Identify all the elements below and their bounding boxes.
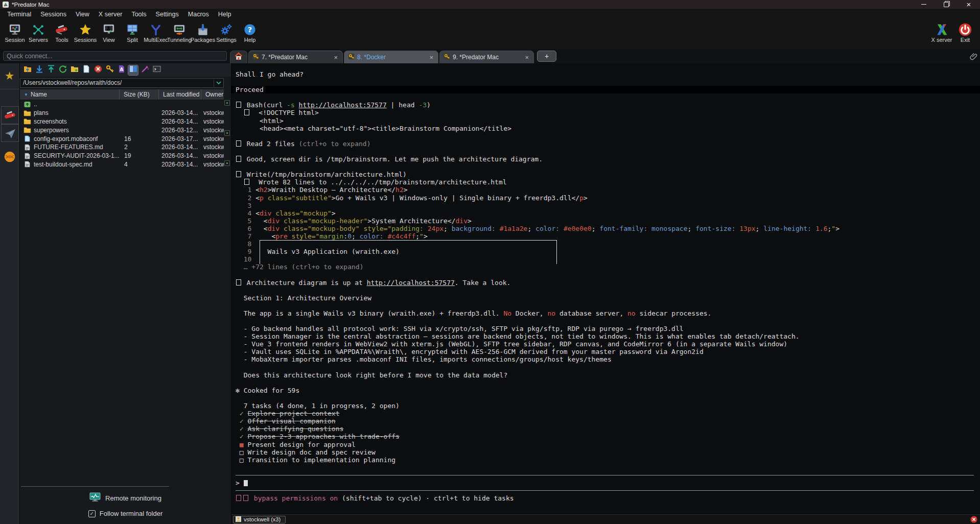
titlebar: *Predator Mac ×: [0, 0, 980, 9]
menu-settings[interactable]: Settings: [151, 9, 183, 20]
text-file-button[interactable]: A: [116, 65, 126, 75]
splitter-icon[interactable]: [224, 100, 230, 106]
tab-close-icon[interactable]: ×: [428, 54, 434, 61]
tools-knife-icon[interactable]: [1, 106, 19, 124]
missing-glyph-box: [236, 279, 241, 285]
missing-glyph-box: [236, 156, 241, 162]
wand-button[interactable]: [140, 65, 150, 75]
upload-button[interactable]: [46, 65, 56, 75]
file-list: ..plans2026-03-14...vstockwscreenshots20…: [20, 100, 224, 169]
file-row[interactable]: config-export.mobaconf162026-03-17...vst…: [20, 134, 224, 143]
new-tab-button[interactable]: +: [537, 51, 556, 62]
download-button[interactable]: [34, 65, 44, 75]
key-button[interactable]: [105, 65, 114, 75]
toolbar-settings-button[interactable]: Settings: [215, 20, 238, 49]
column-name[interactable]: ▼Name: [20, 89, 120, 100]
follow-terminal-folder-checkbox[interactable]: ✓ Follow terminal folder: [20, 510, 231, 517]
terminal[interactable]: Shall I go ahead?Proceed Bash(curl -s ht…: [231, 63, 980, 524]
delete-button[interactable]: [93, 65, 103, 75]
menu-view[interactable]: View: [71, 9, 94, 20]
menu-macros[interactable]: Macros: [183, 9, 214, 20]
column-last-modified[interactable]: Last modified: [159, 89, 201, 100]
toolbar-sessions-button[interactable]: Sessions: [74, 20, 97, 49]
path-input[interactable]: /Users/vstockwell/repos/wraith/docs/: [20, 78, 224, 88]
tab-9-predator-mac[interactable]: 9. *Predator Mac×: [439, 51, 534, 63]
file-row[interactable]: test-buildout-spec.md42026-03-14...vstoc…: [20, 160, 224, 169]
toolbar-exit-button[interactable]: Exit: [953, 20, 977, 49]
toolbar-view-button[interactable]: View: [97, 20, 121, 49]
wand-icon: [141, 65, 149, 75]
file-row[interactable]: ..: [20, 100, 224, 109]
file-row[interactable]: FUTURE-FEATURES.md22026-03-14...vstockw: [20, 143, 224, 152]
globe-icon[interactable]: [1, 148, 18, 165]
new-file-button[interactable]: [81, 65, 91, 75]
terminal-line: Shall I go ahead?: [231, 70, 980, 78]
close-button[interactable]: ×: [958, 0, 980, 9]
splitter-icon[interactable]: [224, 130, 230, 136]
file-row[interactable]: superpowers2026-03-12...vstockw: [20, 126, 224, 134]
file-name: plans: [34, 109, 49, 116]
tab-7-predator-mac[interactable]: 7. *Predator Mac×: [248, 51, 343, 63]
file-name: config-export.mobaconf: [34, 135, 98, 142]
tools-icon: [55, 22, 68, 36]
menu-terminal[interactable]: Terminal: [3, 9, 36, 20]
toolbar-label: Tunneling: [167, 37, 192, 43]
refresh-button[interactable]: [58, 65, 67, 75]
svg-text:A: A: [120, 67, 123, 72]
quick-connect-input[interactable]: [3, 51, 227, 61]
md-file-icon: [23, 153, 31, 159]
paperclip-icon[interactable]: [970, 52, 978, 62]
terminal-line: [231, 487, 980, 494]
remote-monitoring-button[interactable]: Remote monitoring: [20, 492, 231, 504]
file-table-header: ▼Name Size (KB) Last modified Owner: [20, 89, 224, 100]
column-size[interactable]: Size (KB): [120, 89, 159, 100]
favorites-star-icon[interactable]: ★: [1, 67, 18, 84]
toolbar-tunneling-button[interactable]: Tunneling: [168, 20, 191, 49]
column-owner[interactable]: Owner: [201, 89, 224, 100]
toolbar-label: Servers: [29, 37, 48, 43]
file-name: ..: [34, 101, 37, 108]
close-terminal-icon[interactable]: [970, 516, 977, 524]
dual-pane-button[interactable]: [128, 65, 138, 75]
divider: [21, 486, 169, 487]
toolbar-x-server-button[interactable]: X server: [930, 20, 953, 49]
toolbar-split-button[interactable]: Split: [121, 20, 144, 49]
folder-up-button[interactable]: [22, 65, 32, 75]
menu-x-server[interactable]: X server: [94, 9, 127, 20]
tab-close-icon[interactable]: ×: [333, 54, 339, 61]
missing-glyph-box: [244, 109, 249, 115]
splitter-icon[interactable]: [224, 160, 230, 166]
file-row[interactable]: SECURITY-AUDIT-2026-03-1...192026-03-14.…: [20, 152, 224, 160]
maximize-button[interactable]: [935, 0, 958, 9]
toolbar-servers-button[interactable]: Servers: [27, 20, 50, 49]
refresh-icon: [59, 65, 67, 75]
session-tab[interactable]: vstockwell (x3): [233, 516, 286, 523]
toolbar-tools-button[interactable]: Tools: [50, 20, 74, 49]
file-name: SECURITY-AUDIT-2026-03-1...: [34, 152, 120, 159]
menu-sessions[interactable]: Sessions: [36, 9, 71, 20]
tab-label: 9. *Predator Mac: [453, 54, 521, 61]
new-folder-button[interactable]: [69, 65, 79, 75]
terminal-mini-button[interactable]: [152, 65, 161, 75]
toolbar-help-button[interactable]: ?Help: [238, 20, 262, 49]
file-name: superpowers: [34, 127, 69, 134]
terminal-line: Bash(curl -s http://localhost:57577 | he…: [231, 101, 980, 109]
tab-home[interactable]: [230, 51, 247, 63]
paper-plane-icon[interactable]: [1, 124, 19, 142]
tab-8-docker[interactable]: 8. *Docker×: [344, 51, 438, 63]
menu-tools[interactable]: Tools: [127, 9, 151, 20]
menu-help[interactable]: Help: [214, 9, 236, 20]
file-row[interactable]: screenshots2026-03-14...vstockw: [20, 117, 224, 126]
minimize-button[interactable]: [913, 0, 935, 9]
chevron-down-icon[interactable]: [214, 79, 223, 87]
missing-glyph-box: [236, 171, 241, 177]
toolbar-session-button[interactable]: Session: [3, 20, 27, 49]
folder-icon: [23, 127, 31, 133]
toolbar-packages-button[interactable]: Packages: [191, 20, 215, 49]
file-row[interactable]: plans2026-03-14...vstockw: [20, 109, 224, 117]
toolbar-multiexec-button[interactable]: MultiExec: [144, 20, 168, 49]
file-size: 4: [120, 161, 159, 168]
tab-close-icon[interactable]: ×: [524, 54, 530, 61]
checkbox-checked-icon[interactable]: ✓: [88, 510, 96, 517]
file-size: 19: [120, 152, 159, 159]
